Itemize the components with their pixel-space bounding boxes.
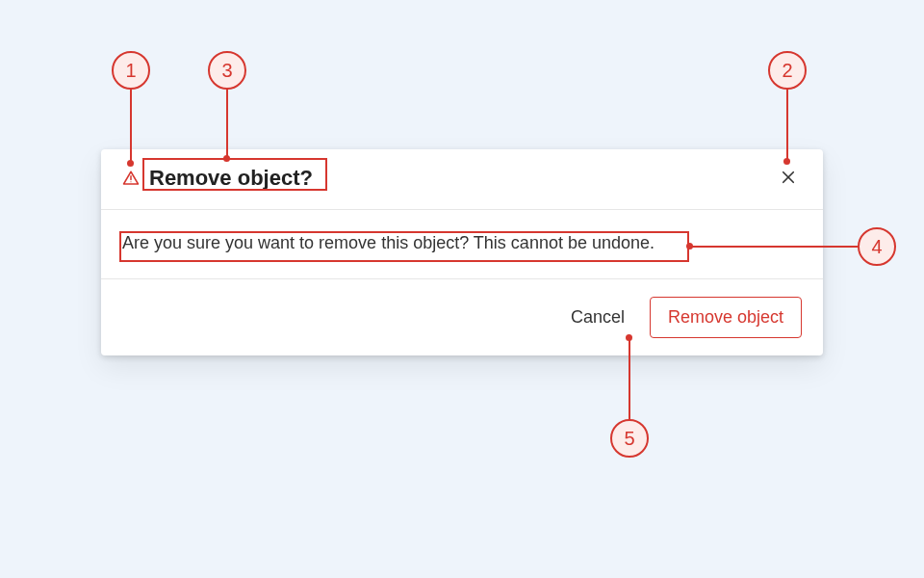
annotation-leader-3 [226,90,228,157]
warning-icon [122,170,140,187]
annotation-marker-4: 4 [858,227,896,266]
annotation-marker-3: 3 [208,51,246,90]
annotation-marker-1: 1 [112,51,150,90]
cancel-button[interactable]: Cancel [567,300,629,335]
annotation-marker-5: 5 [610,419,649,458]
annotation-number: 3 [221,60,232,82]
annotation-leader-1 [130,90,132,162]
annotation-dot-5 [626,334,632,341]
annotation-leader-4 [689,246,858,248]
annotation-number: 2 [782,60,792,82]
annotation-leader-5 [629,337,630,419]
annotation-dot-1 [127,160,134,167]
dialog-header: Remove object? [101,149,823,210]
close-button[interactable] [775,165,802,192]
annotation-marker-2: 2 [768,51,807,90]
annotation-number: 1 [125,60,136,82]
annotation-number: 5 [624,428,634,450]
confirm-remove-button[interactable]: Remove object [650,297,802,338]
dialog-footer: Cancel Remove object [101,279,823,355]
dialog-body: Are you sure you want to remove this obj… [101,210,823,279]
annotation-dot-2 [783,158,790,165]
dialog-title: Remove object? [149,166,775,191]
close-icon [780,169,797,189]
svg-point-1 [130,181,131,182]
dialog-body-text: Are you sure you want to remove this obj… [122,233,802,253]
annotation-dot-4 [686,243,693,250]
annotation-number: 4 [871,236,882,258]
confirm-dialog: Remove object? Are you sure you want to … [101,149,823,355]
annotation-dot-3 [223,155,230,162]
annotation-leader-2 [786,90,788,160]
